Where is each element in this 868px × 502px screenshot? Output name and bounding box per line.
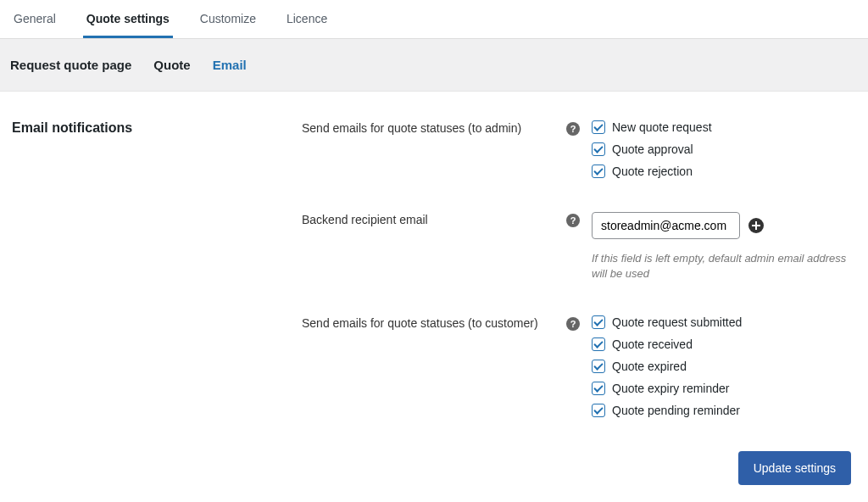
input-recipient-email[interactable] xyxy=(592,212,740,239)
help-icon[interactable]: ? xyxy=(566,317,580,331)
field-customer-statuses: Send emails for quote statuses (to custo… xyxy=(302,315,856,417)
label-customer-statuses: Send emails for quote statuses (to custo… xyxy=(302,315,566,330)
chk-quote-expiry-reminder[interactable]: Quote expiry reminder xyxy=(592,382,742,395)
label-admin-statuses: Send emails for quote statuses (to admin… xyxy=(302,120,566,135)
update-settings-button[interactable]: Update settings xyxy=(738,451,851,485)
chk-quote-request-submitted[interactable]: Quote request submitted xyxy=(592,315,742,329)
field-admin-statuses: Send emails for quote statuses (to admin… xyxy=(302,120,856,178)
chk-label: Quote pending reminder xyxy=(612,404,740,417)
add-email-button[interactable] xyxy=(748,218,764,233)
chk-quote-received[interactable]: Quote received xyxy=(592,337,742,351)
chk-quote-expired[interactable]: Quote expired xyxy=(592,360,742,373)
checkbox-quote-approval[interactable] xyxy=(592,142,605,156)
chk-label: Quote expiry reminder xyxy=(612,382,730,395)
chk-label: Quote received xyxy=(612,337,693,351)
tab-general[interactable]: General xyxy=(10,0,59,38)
tab-customize[interactable]: Customize xyxy=(197,0,259,38)
label-backend-recipient-email: Backend recipient email xyxy=(302,212,566,226)
subnav-quote[interactable]: Quote xyxy=(153,58,190,72)
plus-icon xyxy=(752,221,760,230)
settings-form: Email notifications Send emails for quot… xyxy=(0,92,868,494)
checkbox-quote-rejection[interactable] xyxy=(592,165,605,178)
checkbox-quote-expiry-reminder[interactable] xyxy=(592,382,605,395)
top-tabbar: General Quote settings Customize Licence xyxy=(0,0,868,39)
subnav-email[interactable]: Email xyxy=(213,58,247,72)
checkbox-quote-expired[interactable] xyxy=(592,360,605,373)
checkbox-quote-pending-reminder[interactable] xyxy=(592,404,605,417)
chk-label: Quote rejection xyxy=(612,165,693,178)
chk-label: New quote request xyxy=(612,120,712,134)
sub-nav: Request quote page Quote Email xyxy=(0,39,868,92)
chk-label: Quote expired xyxy=(612,360,687,373)
chk-quote-rejection[interactable]: Quote rejection xyxy=(592,165,712,178)
chk-quote-pending-reminder[interactable]: Quote pending reminder xyxy=(592,404,742,417)
chk-label: Quote request submitted xyxy=(612,315,742,329)
field-backend-recipient-email: Backend recipient email ? If this field … xyxy=(302,212,856,282)
section-title: Email notifications xyxy=(12,120,302,136)
svg-rect-1 xyxy=(752,225,760,226)
chk-quote-approval[interactable]: Quote approval xyxy=(592,142,712,156)
checkbox-quote-request-submitted[interactable] xyxy=(592,315,605,329)
help-icon[interactable]: ? xyxy=(566,122,580,136)
tab-licence[interactable]: Licence xyxy=(283,0,331,38)
chk-new-quote-request[interactable]: New quote request xyxy=(592,120,712,134)
checkbox-new-quote-request[interactable] xyxy=(592,120,605,134)
tab-quote-settings[interactable]: Quote settings xyxy=(83,0,173,38)
checkbox-quote-received[interactable] xyxy=(592,337,605,351)
help-icon[interactable]: ? xyxy=(566,214,580,227)
chk-label: Quote approval xyxy=(612,142,693,156)
subnav-request-quote-page[interactable]: Request quote page xyxy=(10,58,131,72)
recipient-hint: If this field is left empty, default adm… xyxy=(592,251,856,282)
